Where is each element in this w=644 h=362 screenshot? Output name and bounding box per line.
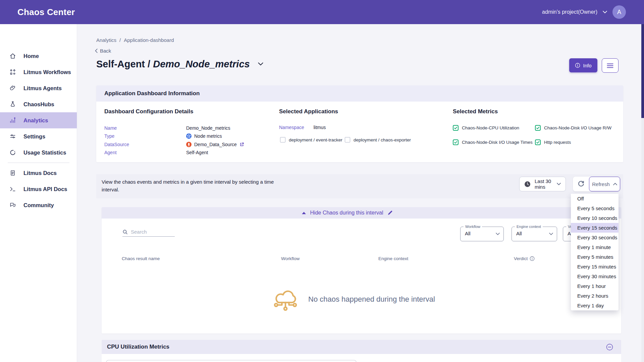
- refresh-controls: Refresh: [573, 177, 620, 191]
- cpu-section-title: CPU Utilization Metrics: [107, 344, 606, 350]
- search-field: [122, 227, 175, 237]
- dashboard-menu-button[interactable]: [602, 58, 619, 73]
- chaos-events-card: Hide Chaos during this interval Workflow…: [102, 207, 621, 334]
- breadcrumb-separator: /: [119, 37, 121, 43]
- avatar[interactable]: A: [612, 5, 626, 19]
- refresh-option-30m[interactable]: Every 30 minutes: [571, 272, 619, 281]
- workflow-filter[interactable]: Workflow All: [460, 227, 504, 241]
- namespace-row: Namespace litmus: [279, 125, 326, 130]
- refresh-option-off[interactable]: Off: [571, 194, 619, 203]
- analytics-icon: [9, 117, 16, 124]
- checkbox-checked[interactable]: [535, 139, 541, 145]
- empty-state: No chaos happened during the interval: [272, 288, 435, 311]
- search-input[interactable]: [131, 229, 171, 235]
- back-button[interactable]: Back: [95, 48, 111, 54]
- metric-checkbox-disk-rw[interactable]: Chaos-Node-Disk I/O Usage R/W: [535, 125, 611, 131]
- refresh-option-5m[interactable]: Every 5 minutes: [571, 252, 619, 262]
- sidebar: Home Litmus Workflows Litmus Agents Chao…: [0, 24, 77, 362]
- refresh-option-15s[interactable]: Every 15 seconds: [571, 223, 619, 233]
- checkbox-checked[interactable]: [453, 125, 459, 131]
- refresh-option-1h[interactable]: Every 1 hour: [571, 281, 619, 291]
- breadcrumb-analytics[interactable]: Analytics: [96, 37, 116, 43]
- scrollbar-thumb[interactable]: [641, 24, 644, 118]
- refresh-option-1d[interactable]: Every 1 day: [571, 301, 619, 310]
- sidebar-item-litmus-workflows[interactable]: Litmus Workflows: [0, 64, 77, 80]
- sidebar-item-litmus-docs[interactable]: Litmus Docs: [0, 165, 77, 181]
- sidebar-item-litmus-agents[interactable]: Litmus Agents: [0, 80, 77, 96]
- top-header: Chaos Center admin's project(Owner) A: [0, 0, 644, 24]
- refresh-interval-dropdown[interactable]: Refresh: [589, 177, 620, 191]
- clock-icon: [524, 181, 531, 187]
- checkbox-unchecked[interactable]: [345, 137, 350, 142]
- refresh-option-30s[interactable]: Every 30 seconds: [571, 233, 619, 242]
- usage-statistics-icon: [9, 149, 16, 156]
- pencil-icon[interactable]: [387, 210, 393, 216]
- metric-checkbox-disk-times[interactable]: Chaos-Node-Disk I/O Usage Times: [453, 139, 533, 145]
- metrics-title: Selected Metrics: [453, 108, 498, 115]
- sidebar-item-analytics[interactable]: Analytics: [0, 112, 77, 128]
- checkbox-checked[interactable]: [453, 139, 459, 145]
- sidebar-item-litmus-api-docs[interactable]: Litmus API Docs: [0, 181, 77, 197]
- refresh-option-10s[interactable]: Every 10 seconds: [571, 213, 619, 223]
- refresh-option-5s[interactable]: Every 5 seconds: [571, 203, 619, 213]
- collapse-minus-icon[interactable]: [606, 344, 613, 351]
- sidebar-divider: [8, 163, 69, 163]
- chat-bubbles-icon: [9, 202, 16, 208]
- info-circle-icon[interactable]: [530, 256, 535, 261]
- metric-checkbox-cpu[interactable]: Chaos-Node-CPU Utilization: [453, 125, 519, 131]
- checkbox-checked[interactable]: [535, 125, 541, 131]
- node-metrics-type-icon: [186, 133, 192, 139]
- time-interval-section: View the chaos events and metrics in a g…: [96, 174, 623, 198]
- refresh-option-15m[interactable]: Every 15 minutes: [571, 262, 619, 272]
- project-selector-label[interactable]: admin's project(Owner): [542, 9, 597, 15]
- sidebar-item-settings[interactable]: Settings: [0, 128, 77, 144]
- cpu-utilization-section-header: CPU Utilization Metrics: [102, 340, 621, 354]
- column-chaos-result-name: Chaos result name: [122, 256, 160, 261]
- sidebar-item-chaoshubs[interactable]: ChaosHubs: [0, 96, 77, 112]
- terminal-icon: [9, 186, 16, 192]
- engine-context-filter[interactable]: Engine context All: [512, 227, 557, 241]
- dashboard-name: Demo_Node_metrics: [153, 59, 250, 69]
- info-button[interactable]: Info: [569, 58, 597, 72]
- refresh-option-2h[interactable]: Every 2 hours: [571, 291, 619, 301]
- config-row-type: Type Node metrics: [104, 132, 222, 140]
- checkbox-unchecked[interactable]: [280, 137, 285, 142]
- config-row-name: Name Demo_Node_metrics: [104, 124, 230, 132]
- config-row-datasource: DataSource Demo_Data_Source: [104, 140, 244, 148]
- search-icon: [122, 229, 128, 235]
- page-title: Self-Agent / Demo_Node_metrics: [96, 59, 250, 70]
- sidebar-item-community[interactable]: Community: [0, 197, 77, 213]
- column-workflow: Workflow: [281, 256, 300, 261]
- cloud-network-icon: [272, 288, 299, 311]
- metric-checkbox-http[interactable]: Http requests: [535, 139, 571, 145]
- caret-up-icon: [302, 212, 306, 214]
- sidebar-item-usage-statistics[interactable]: Usage Statistics: [0, 144, 77, 161]
- refresh-option-1m[interactable]: Every 1 minute: [571, 242, 619, 252]
- app-title: Chaos Center: [17, 0, 75, 24]
- sliders-icon: [9, 133, 16, 140]
- agents-icon: [9, 85, 16, 92]
- column-verdict: Verdict: [514, 256, 535, 261]
- workflows-icon: [9, 69, 16, 75]
- refresh-now-button[interactable]: [573, 177, 589, 191]
- document-icon: [9, 170, 16, 176]
- flask-icon: [9, 101, 16, 108]
- sidebar-item-home[interactable]: Home: [0, 48, 77, 64]
- time-range-select[interactable]: Last 30 mins: [519, 177, 566, 191]
- chevron-down-icon[interactable]: [603, 11, 607, 13]
- info-icon: [575, 63, 580, 68]
- empty-message: No chaos happened during the interval: [308, 295, 435, 304]
- application-checkbox-chaos-exporter[interactable]: deployment / chaos-exporter: [345, 137, 411, 142]
- configuration-title: Dashboard Configuration Details: [104, 108, 193, 115]
- title-chevron-down-icon[interactable]: [258, 62, 263, 66]
- chevron-up-icon: [613, 183, 617, 185]
- hide-chaos-toggle[interactable]: Hide Chaos during this interval: [102, 207, 621, 219]
- scrollbar[interactable]: [641, 24, 644, 362]
- cpu-section-body: [102, 354, 621, 362]
- chevron-left-icon: [95, 49, 98, 53]
- external-link-icon[interactable]: [239, 142, 244, 147]
- application-checkbox-event-tracker[interactable]: deployment / event-tracker: [280, 137, 342, 142]
- prometheus-icon: [186, 142, 192, 147]
- chevron-down-icon: [557, 183, 561, 185]
- cpu-chart-panel-edge: [106, 360, 357, 362]
